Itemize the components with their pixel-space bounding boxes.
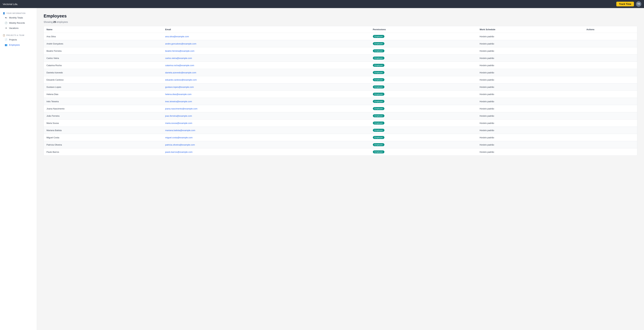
table-row: Maria Sousamaria.sousa@example.comEmploy… <box>44 120 637 127</box>
email-link[interactable]: gustavo.lopes@example.com <box>165 86 194 88</box>
avatar[interactable]: TR <box>636 1 641 7</box>
email-link[interactable]: miguel.costa@example.com <box>165 136 192 139</box>
email-link[interactable]: beatriz.ferreira@example.com <box>165 50 194 52</box>
cell-actions <box>584 120 637 127</box>
sidebar-item-vacations[interactable]: ✳ Vacations <box>0 26 37 31</box>
email-link[interactable]: catarina.rocha@example.com <box>165 64 194 67</box>
email-link[interactable]: joao.ferreira@example.com <box>165 115 192 117</box>
cell-schedule: Horário padrão <box>477 69 584 76</box>
table-row: Ana Silvaana.silva@example.comEmployeeHo… <box>44 33 637 40</box>
cell-actions <box>584 112 637 120</box>
cell-email[interactable]: carlos.vieira@example.com <box>162 54 370 62</box>
cell-email[interactable]: andre.goncalves@example.com <box>162 40 370 47</box>
cell-schedule: Horário padrão <box>477 91 584 98</box>
cell-name: Daniela Azevedo <box>44 69 162 76</box>
cell-email[interactable]: daniela.azevedo@example.com <box>162 69 370 76</box>
permission-badge: Employee <box>373 129 384 132</box>
sidebar-item-projects[interactable]: 📄 Projects <box>0 37 37 42</box>
email-link[interactable]: helena.dias@example.com <box>165 93 192 96</box>
sidebar-section-projects-team: 📋 PROJECTS & TEAM <box>0 33 37 37</box>
cell-name: Joana Nascimento <box>44 105 162 112</box>
col-header-schedule: Work Schedule <box>477 26 584 33</box>
cell-permission: Employee <box>370 76 477 84</box>
table-row: Daniela Azevedodaniela.azevedo@example.c… <box>44 69 637 76</box>
track-time-button[interactable]: Track Time <box>616 2 634 6</box>
col-header-permissions: Permissions <box>370 26 477 33</box>
clock-icon: 🕐 <box>5 22 8 24</box>
cell-name: Inês Teixeira <box>44 98 162 105</box>
table-body: Ana Silvaana.silva@example.comEmployeeHo… <box>44 33 637 156</box>
cell-email[interactable]: joao.ferreira@example.com <box>162 112 370 120</box>
cell-actions <box>584 62 637 69</box>
permission-badge: Employee <box>373 35 384 38</box>
permission-badge: Employee <box>373 71 384 74</box>
cell-email[interactable]: maria.sousa@example.com <box>162 120 370 127</box>
sidebar-item-monthly-totals[interactable]: ▾ Monthly Totals <box>0 15 37 20</box>
page-title: Employees <box>44 14 637 19</box>
cell-schedule: Horário padrão <box>477 84 584 91</box>
cell-schedule: Horário padrão <box>477 40 584 47</box>
cell-name: Maria Sousa <box>44 120 162 127</box>
layout: 👤 YOUR INFORMATION ▾ Monthly Totals 🕐 We… <box>0 8 644 330</box>
email-link[interactable]: ines.teixeira@example.com <box>165 100 192 103</box>
permission-badge: Employee <box>373 136 384 139</box>
table-row: Mariana Batistamariana.batista@example.c… <box>44 127 637 134</box>
cell-actions <box>584 40 637 47</box>
cell-name: Helena Dias <box>44 91 162 98</box>
permission-badge: Employee <box>373 122 384 124</box>
cell-email[interactable]: joana.nascimento@example.com <box>162 105 370 112</box>
cell-permission: Employee <box>370 69 477 76</box>
permission-badge: Employee <box>373 42 384 45</box>
email-link[interactable]: eduardo.cardoso@example.com <box>165 78 197 81</box>
email-link[interactable]: patricia.oliveira@example.com <box>165 144 195 146</box>
col-header-email: Email <box>162 26 370 33</box>
email-link[interactable]: maria.sousa@example.com <box>165 122 192 124</box>
sidebar-item-employees[interactable]: 👥 Employees <box>0 42 37 48</box>
cell-schedule: Horário padrão <box>477 76 584 84</box>
email-link[interactable]: paulo.barros@example.com <box>165 151 192 153</box>
sidebar: 👤 YOUR INFORMATION ▾ Monthly Totals 🕐 We… <box>0 8 37 330</box>
cell-email[interactable]: beatriz.ferreira@example.com <box>162 47 370 54</box>
email-link[interactable]: carlos.vieira@example.com <box>165 57 192 60</box>
permission-badge: Employee <box>373 78 384 81</box>
cell-schedule: Horário padrão <box>477 127 584 134</box>
sidebar-item-weekly-records[interactable]: 🕐 Weekly Records <box>0 20 37 26</box>
email-link[interactable]: ana.silva@example.com <box>165 35 189 38</box>
cell-email[interactable]: ines.teixeira@example.com <box>162 98 370 105</box>
cell-actions <box>584 91 637 98</box>
cell-permission: Employee <box>370 127 477 134</box>
cell-email[interactable]: paulo.barros@example.com <box>162 148 370 156</box>
permission-badge: Employee <box>373 150 384 154</box>
cell-schedule: Horário padrão <box>477 54 584 62</box>
cell-email[interactable]: gustavo.lopes@example.com <box>162 84 370 91</box>
cell-email[interactable]: eduardo.cardoso@example.com <box>162 76 370 84</box>
table-row: Helena Diashelena.dias@example.comEmploy… <box>44 91 637 98</box>
email-link[interactable]: andre.goncalves@example.com <box>165 42 196 45</box>
cell-email[interactable]: ana.silva@example.com <box>162 33 370 40</box>
table-row: Joana Nascimentojoana.nascimento@example… <box>44 105 637 112</box>
table-row: Eduardo Cardosoeduardo.cardoso@example.c… <box>44 76 637 84</box>
cell-email[interactable]: helena.dias@example.com <box>162 91 370 98</box>
cell-name: João Ferreira <box>44 112 162 120</box>
cell-schedule: Horário padrão <box>477 141 584 148</box>
document-icon: 📄 <box>5 38 8 41</box>
cell-email[interactable]: patricia.oliveira@example.com <box>162 141 370 148</box>
employees-table: Name Email Permissions Work Schedule Act… <box>44 26 637 156</box>
permission-badge: Employee <box>373 56 384 60</box>
cell-name: Beatriz Ferreira <box>44 47 162 54</box>
email-link[interactable]: joana.nascimento@example.com <box>165 108 197 110</box>
cell-permission: Employee <box>370 134 477 141</box>
your-information-icon: 👤 <box>3 12 5 14</box>
cell-actions <box>584 84 637 91</box>
permission-badge: Employee <box>373 93 384 96</box>
cell-actions <box>584 33 637 40</box>
cell-email[interactable]: catarina.rocha@example.com <box>162 62 370 69</box>
cell-email[interactable]: miguel.costa@example.com <box>162 134 370 141</box>
cell-email[interactable]: mariana.batista@example.com <box>162 127 370 134</box>
email-link[interactable]: mariana.batista@example.com <box>165 129 195 132</box>
permission-badge: Employee <box>373 114 384 117</box>
email-link[interactable]: daniela.azevedo@example.com <box>165 71 196 74</box>
cell-name: Catarina Rocha <box>44 62 162 69</box>
permission-badge: Employee <box>373 86 384 88</box>
header: Vectorial Lda. Track Time TR <box>0 0 644 8</box>
